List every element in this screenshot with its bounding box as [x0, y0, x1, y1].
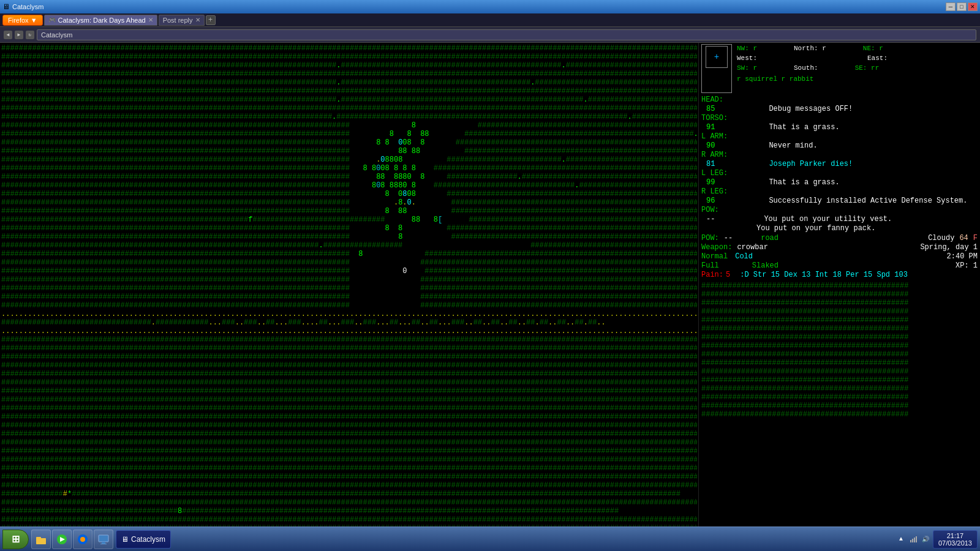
taskbar: ⊞	[0, 527, 980, 551]
map-row: ########################################…	[1, 361, 697, 370]
map-row: ########################################…	[1, 164, 697, 173]
ne-dir: NE: r	[863, 44, 883, 53]
active-window-btn[interactable]: 🖥 Cataclysm	[116, 530, 171, 549]
taskbar-monitor-button[interactable]	[94, 530, 113, 549]
system-clock: 21:17 07/03/2013	[933, 530, 978, 549]
west-dir: West:	[737, 54, 757, 62]
map-row: ########################################…	[1, 421, 697, 430]
map-row: ########################################…	[1, 121, 697, 130]
map-row: ########################################…	[1, 70, 697, 78]
close-button[interactable]: ✕	[968, 2, 978, 11]
map-row: ########################################…	[1, 190, 697, 198]
hash-rows: ########################################…	[701, 282, 978, 419]
nav-bar: ◀ ▶ ↻ Cataclysm	[0, 27, 980, 43]
body-parts-section: HEAD: 85 Debug messages OFF! TORSO: 91 T…	[701, 96, 978, 233]
pain-label: Pain:	[701, 271, 723, 279]
map-row: ########################################…	[1, 224, 697, 233]
tab-close-1[interactable]: ✕	[148, 17, 153, 23]
xp-label: XP: 1	[956, 261, 978, 270]
nw-dir: NW: r	[737, 44, 757, 53]
taskbar-media-button[interactable]	[52, 530, 72, 549]
map-row: ########################################…	[1, 233, 697, 241]
new-tab-button[interactable]: +	[206, 15, 216, 25]
map-row: ########################################…	[1, 370, 697, 378]
compass-directions: NW: r North: r NE: r West: East: SW: r S…	[737, 44, 888, 94]
map-row: ########################################…	[1, 258, 697, 267]
msg-vest: You put on your utility vest.	[764, 215, 892, 223]
status-section: POW: -- road Cloudy 64 F Weapon: crowbar…	[701, 234, 978, 279]
map-row: ########################################…	[1, 78, 697, 87]
back-button[interactable]: ◀	[4, 31, 12, 39]
map-row: ########################################…	[1, 250, 697, 258]
r-leg-val: 96	[706, 197, 715, 205]
map-row: ########################################…	[1, 284, 697, 293]
map-row: ########################################…	[1, 267, 697, 276]
svg-point-5	[80, 537, 85, 542]
map-row: ########################################…	[1, 173, 697, 181]
tab-close-2[interactable]: ✕	[195, 17, 200, 23]
map-row: ########################################…	[1, 138, 697, 147]
date-val: Spring, day 1	[920, 243, 978, 252]
msg-dies: Joseph Parker dies!	[769, 160, 853, 168]
svg-rect-10	[912, 539, 913, 542]
address-bar[interactable]: Cataclysm	[37, 29, 976, 40]
pow-dash-label: POW:	[701, 234, 719, 242]
title-bar: 🖥 Cataclysm ─ □ ✕	[0, 0, 980, 13]
condition-cold: Cold	[735, 252, 753, 261]
firefox-button[interactable]: Firefox ▼	[2, 15, 43, 26]
map-row: ########################################…	[1, 198, 697, 207]
taskbar-files-button[interactable]	[31, 530, 51, 549]
clock-date: 07/03/2013	[938, 539, 972, 547]
map-row: ########################################…	[1, 113, 697, 121]
map-row: ########################################…	[1, 216, 697, 224]
compass-box: +	[701, 44, 732, 93]
game-container: ########################################…	[0, 43, 980, 527]
condition-full: Full	[701, 261, 719, 270]
minimize-button[interactable]: ─	[946, 2, 956, 11]
torso-label: TORSO:	[701, 114, 728, 122]
map-row: ########################################…	[1, 507, 697, 515]
taskbar-middle: 🖥 Cataclysm	[116, 530, 894, 549]
map-row: ........................................…	[1, 327, 697, 335]
map-row: ########################################…	[1, 276, 697, 284]
map-row: ########################################…	[1, 44, 697, 53]
msg-grass1: That is a grass.	[769, 123, 839, 132]
taskbar-firefox-button[interactable]	[73, 530, 92, 549]
map-row: ########################################…	[1, 395, 697, 404]
map-row: ########################################…	[1, 404, 697, 413]
tray-icon-1: ▲	[896, 534, 906, 544]
map-row: ###############*########################…	[1, 490, 697, 498]
tab-post-reply[interactable]: Post reply ✕	[159, 15, 205, 26]
system-tray: ▲ 🔊	[896, 534, 930, 544]
map-row: ########################################…	[1, 156, 697, 164]
condition-normal: Normal	[701, 252, 728, 261]
map-row: ########################################…	[1, 387, 697, 395]
map-row: ########################################…	[1, 515, 697, 524]
start-button[interactable]: ⊞	[2, 530, 29, 549]
tab-bar: Firefox ▼ 🎮 Cataclysm: Dark Days Ahead ✕…	[0, 13, 980, 27]
se-dir: SE: rr	[855, 64, 880, 72]
svg-rect-9	[910, 540, 911, 542]
pain-val: 5	[726, 271, 730, 279]
weapon-val: crowbar	[737, 243, 767, 252]
reload-button[interactable]: ↻	[26, 31, 34, 39]
window-controls[interactable]: ─ □ ✕	[946, 2, 978, 11]
map-row: ########################################…	[1, 473, 697, 481]
map-row: ########################################…	[1, 207, 697, 216]
r-arm-val: 81	[706, 160, 715, 168]
south-dir: South:	[794, 64, 818, 72]
l-leg-label: L LEG:	[701, 169, 728, 178]
north-dir: North: r	[794, 44, 826, 53]
weapon-label: Weapon:	[701, 243, 732, 252]
maximize-button[interactable]: □	[957, 2, 967, 11]
game-map[interactable]: ########################################…	[0, 43, 698, 527]
pow-val: --	[706, 215, 715, 223]
svg-rect-11	[914, 538, 915, 542]
svg-rect-6	[99, 535, 108, 542]
forward-button[interactable]: ▶	[15, 31, 23, 39]
msg-debug: Debug messages OFF!	[769, 105, 853, 113]
tab-cataclysm[interactable]: 🎮 Cataclysm: Dark Days Ahead ✕	[44, 15, 157, 26]
east-dir: East:	[867, 54, 888, 62]
svg-rect-8	[100, 544, 107, 544]
l-arm-val: 90	[706, 141, 715, 150]
